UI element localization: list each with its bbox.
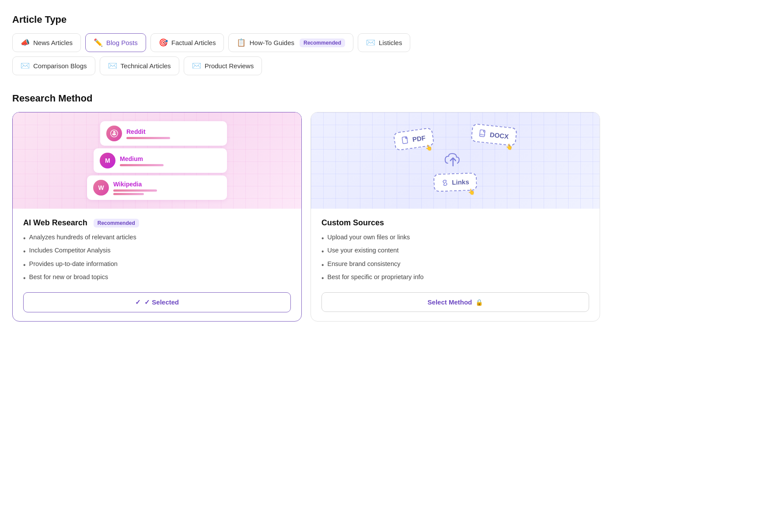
stack-item-reddit: Reddit xyxy=(100,121,227,146)
product-reviews-icon: ✉️ xyxy=(192,61,201,70)
ai-feature-2: Includes Competitor Analysis xyxy=(23,247,291,256)
svg-point-1 xyxy=(112,133,116,135)
article-btn-how-to-guides[interactable]: 📋 How-To Guides Recommended xyxy=(228,33,353,52)
custom-select-button[interactable]: Select Method 🔒 xyxy=(321,292,589,312)
ai-heading-row: AI Web Research Recommended xyxy=(23,218,291,228)
ai-feature-4: Best for new or broad topics xyxy=(23,273,291,283)
custom-card-body: Custom Sources Upload your own files or … xyxy=(311,209,600,321)
ai-card-body: AI Web Research Recommended Analyzes hun… xyxy=(13,209,301,321)
svg-point-4 xyxy=(113,131,115,133)
reddit-stack-text: Reddit xyxy=(126,128,170,139)
article-btn-listicles[interactable]: ✉️ Listicles xyxy=(358,33,410,52)
article-btn-news-articles[interactable]: 📣 News Articles xyxy=(12,33,81,52)
ai-card-title: AI Web Research xyxy=(23,218,87,228)
blog-icon: ✏️ xyxy=(94,38,103,47)
links-label: Links xyxy=(452,178,469,186)
article-btn-factual-articles[interactable]: 🎯 Factual Articles xyxy=(150,33,224,52)
reddit-bar xyxy=(126,137,170,139)
article-type-section: Article Type 📣 News Articles ✏️ Blog Pos… xyxy=(12,14,600,75)
wikipedia-icon: W xyxy=(93,180,109,196)
article-btn-product-reviews[interactable]: ✉️ Product Reviews xyxy=(184,56,262,75)
svg-text:docx: docx xyxy=(480,133,485,136)
ai-illustration: Reddit M Medium xyxy=(13,112,301,209)
custom-features-list: Upload your own files or links Use your … xyxy=(321,234,589,284)
wikipedia-stack-text: Wikipedia xyxy=(113,181,157,195)
custom-sources-card: PDF 👆 docx DOCX 👆 xyxy=(311,112,600,322)
lock-icon: 🔒 xyxy=(475,299,483,306)
ai-features-list: Analyzes hundreds of relevant articles I… xyxy=(23,234,291,284)
ai-select-button[interactable]: ✓ ✓ Selected xyxy=(23,292,291,312)
article-type-row-1: 📣 News Articles ✏️ Blog Posts 🎯 Factual … xyxy=(12,33,600,52)
svg-point-2 xyxy=(113,133,114,134)
article-btn-technical-articles[interactable]: ✉️ Technical Articles xyxy=(100,56,179,75)
custom-feature-3: Ensure brand consistency xyxy=(321,260,589,270)
custom-feature-4: Best for specific or proprietary info xyxy=(321,273,589,283)
research-cards-container: Reddit M Medium xyxy=(12,112,600,322)
article-type-row-2: ✉️ Comparison Blogs ✉️ Technical Article… xyxy=(12,56,600,75)
medium-icon: M xyxy=(100,153,115,168)
article-btn-blog-posts[interactable]: ✏️ Blog Posts xyxy=(85,33,146,52)
howto-recommended-badge: Recommended xyxy=(300,38,345,47)
technical-icon: ✉️ xyxy=(108,61,117,70)
article-btn-comparison-blogs[interactable]: ✉️ Comparison Blogs xyxy=(12,56,95,75)
stack-item-medium: M Medium xyxy=(94,148,227,173)
custom-heading-row: Custom Sources xyxy=(321,218,589,228)
article-type-title: Article Type xyxy=(12,14,600,25)
medium-stack-text: Medium xyxy=(120,155,164,166)
pdf-float-item: PDF 👆 xyxy=(393,127,435,151)
news-icon: 📣 xyxy=(21,38,30,47)
ai-stack: Reddit M Medium xyxy=(87,121,227,200)
docx-float-item: docx DOCX 👆 xyxy=(471,123,517,147)
medium-bar xyxy=(120,164,164,166)
listicles-icon: ✉️ xyxy=(366,38,375,47)
wiki-bar-2 xyxy=(113,193,144,195)
custom-float-items: PDF 👆 docx DOCX 👆 xyxy=(394,126,517,196)
upload-cloud xyxy=(442,150,464,171)
pdf-label: PDF xyxy=(412,134,426,143)
research-method-title: Research Method xyxy=(12,93,600,104)
checkmark-icon: ✓ xyxy=(135,298,141,306)
svg-point-5 xyxy=(115,132,116,133)
ai-web-research-card: Reddit M Medium xyxy=(12,112,302,322)
factual-icon: 🎯 xyxy=(159,38,168,47)
custom-card-title: Custom Sources xyxy=(321,218,384,228)
ai-recommended-badge: Recommended xyxy=(94,219,139,228)
custom-float-container: PDF 👆 docx DOCX 👆 xyxy=(311,112,600,209)
links-float-item: Links 👆 xyxy=(433,172,478,192)
comparison-icon: ✉️ xyxy=(21,61,30,70)
custom-feature-1: Upload your own files or links xyxy=(321,234,589,243)
custom-feature-2: Use your existing content xyxy=(321,247,589,256)
wiki-bar-1 xyxy=(113,189,157,192)
docx-label: DOCX xyxy=(489,131,509,140)
howto-icon: 📋 xyxy=(237,38,246,47)
svg-point-3 xyxy=(115,133,115,134)
stack-item-wikipedia: W Wikipedia xyxy=(87,175,227,200)
research-method-section: Research Method xyxy=(12,93,600,322)
reddit-icon xyxy=(106,126,122,141)
ai-feature-1: Analyzes hundreds of relevant articles xyxy=(23,234,291,243)
ai-feature-3: Provides up-to-date information xyxy=(23,260,291,270)
custom-illustration: PDF 👆 docx DOCX 👆 xyxy=(311,112,600,209)
